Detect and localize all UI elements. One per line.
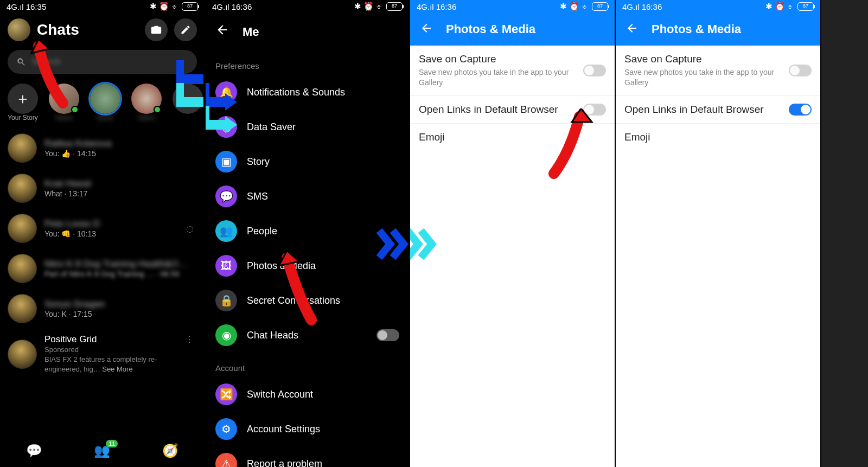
sms-icon: 💬 xyxy=(215,185,237,207)
chat-row[interactable]: Sonya Snagen You: K · 17:15 xyxy=(0,289,205,329)
signal-icon: 4G.ıl xyxy=(622,2,640,11)
statusbar: 4G.ıl16:36 ✱⏰ᯤ87 xyxy=(616,0,820,13)
section-preferences: Preferences xyxy=(206,50,409,75)
read-receipt-icon: ◌ xyxy=(186,223,194,234)
more-icon[interactable]: ⋮ xyxy=(185,334,194,344)
sponsored-body: BIAS FX 2 features a completely re-engin… xyxy=(44,355,194,374)
row-label: Story xyxy=(247,156,270,168)
signal-icon: 4G.ıl xyxy=(212,2,229,11)
nav-chats-icon[interactable]: 💬 xyxy=(26,443,42,458)
save-on-capture-toggle[interactable] xyxy=(789,65,812,76)
row-switch[interactable]: 🔀Switch Account xyxy=(206,377,409,412)
chat-preview: Part of Nitro K-9 Dog Training … · 06:59 xyxy=(44,270,188,278)
bluetooth-icon: ✱ xyxy=(560,2,567,11)
annotation-chevrons-blue xyxy=(376,228,410,263)
story-icon: ▣ xyxy=(215,151,237,172)
annotation-arrow-red xyxy=(546,108,595,181)
like-icon: 👍 xyxy=(61,149,71,158)
page-title: Photos & Media xyxy=(446,22,535,36)
setting-sub: Save new photos you take in the app to y… xyxy=(624,67,776,88)
chat-avatar xyxy=(8,340,37,369)
back-button[interactable] xyxy=(215,23,229,41)
row-label: SMS xyxy=(247,191,268,202)
save-on-capture-toggle[interactable] xyxy=(583,65,606,76)
story-item[interactable]: Name xyxy=(131,84,162,121)
lock-icon: 🔒 xyxy=(215,290,237,311)
gallery-icon: 🖼 xyxy=(215,255,237,277)
row-report[interactable]: ⚠Report a problem xyxy=(206,446,409,467)
alarm-icon: ⏰ xyxy=(775,2,785,11)
annotation-step-arrow-cyan xyxy=(206,103,237,143)
wifi-icon: ᯤ xyxy=(171,2,180,11)
profile-avatar[interactable] xyxy=(8,18,30,41)
compose-icon xyxy=(180,24,191,35)
bluetooth-icon: ✱ xyxy=(150,2,157,11)
back-button[interactable] xyxy=(420,22,433,37)
chat-row[interactable]: Kraii Heesii What · 13:17 xyxy=(0,168,205,208)
chat-preview: You: K · 17:15 xyxy=(44,310,105,318)
setting-label: Save on Capture xyxy=(624,53,782,65)
sponsored-tag: Sponsored xyxy=(44,345,194,355)
chat-preview: You: 👊 · 10:13 xyxy=(44,229,100,238)
chat-row[interactable]: Nitro K-9 Dog Training Health&O… Part of… xyxy=(0,248,205,289)
battery-icon: 87 xyxy=(592,2,608,11)
row-emoji[interactable]: Emoji xyxy=(616,124,820,151)
chat-avatar xyxy=(8,133,37,163)
chat-preview: What · 13:17 xyxy=(44,189,91,198)
status-time: 16:36 xyxy=(232,2,252,11)
wifi-icon: ᯤ xyxy=(582,2,590,11)
statusbar: 4G.ıl16:36 ✱⏰ᯤ87 xyxy=(206,0,409,13)
chat-row[interactable]: Positive Grid Sponsored BIAS FX 2 featur… xyxy=(0,329,205,380)
row-label: Chat Heads xyxy=(247,330,298,341)
chatheads-toggle[interactable] xyxy=(376,329,399,341)
open-links-toggle[interactable] xyxy=(789,104,812,116)
arrow-left-icon xyxy=(626,22,639,35)
arrow-left-icon xyxy=(215,23,229,37)
battery-icon: 87 xyxy=(182,2,198,11)
switch-icon: 🔀 xyxy=(215,383,237,405)
row-save-on-capture[interactable]: Save on Capture Save new photos you take… xyxy=(616,46,820,96)
row-label: Data Saver xyxy=(247,121,296,133)
camera-button[interactable] xyxy=(145,18,168,41)
people-icon: 👥 xyxy=(215,220,237,242)
row-open-links[interactable]: Open Links in Default Browser xyxy=(616,96,820,124)
bluetooth-icon: ✱ xyxy=(354,2,361,11)
statusbar: 4G.ıl 16:35 ✱ ⏰ ᯤ 87 xyxy=(0,0,205,13)
wifi-icon: ᯤ xyxy=(376,2,384,11)
row-settings[interactable]: ⚙Account Settings xyxy=(206,412,409,446)
chat-row[interactable]: Pete Loves D You: 👊 · 10:13 ◌ xyxy=(0,208,205,248)
setting-sub: Save new photos you take in the app to y… xyxy=(419,67,571,88)
chat-avatar xyxy=(8,214,37,243)
online-dot-icon xyxy=(154,106,161,113)
page-title: Chats xyxy=(37,21,138,39)
compose-button[interactable] xyxy=(174,18,197,41)
row-story[interactable]: ▣Story xyxy=(206,144,409,179)
warning-icon: ⚠ xyxy=(215,453,237,467)
alarm-icon: ⏰ xyxy=(363,2,374,11)
see-more-link[interactable]: See More xyxy=(102,365,132,373)
annotation-arrow-red xyxy=(276,250,325,328)
nav-people-icon[interactable]: 👥11 xyxy=(94,443,110,458)
annotation-arrow-red xyxy=(30,38,79,111)
signal-icon: 4G.ıl xyxy=(7,2,24,11)
your-story-label: Your Story xyxy=(8,114,38,121)
row-sms[interactable]: 💬SMS xyxy=(206,179,409,214)
status-time: 16:35 xyxy=(26,2,47,11)
nav-discover-icon[interactable]: 🧭 xyxy=(162,443,178,458)
row-save-on-capture[interactable]: Save on Capture Save new photos you take… xyxy=(410,46,615,96)
statusbar: 4G.ıl16:36 ✱⏰ᯤ87 xyxy=(410,0,615,13)
setting-label: Save on Capture xyxy=(419,53,577,65)
camera-icon xyxy=(150,24,162,36)
row-label: Notifications & Sounds xyxy=(247,87,345,98)
alarm-icon: ⏰ xyxy=(569,2,579,11)
annotation-step-arrow-cyan xyxy=(176,80,206,120)
setting-label: Emoji xyxy=(624,131,812,143)
chat-row[interactable]: Ralitsa Kolarova You: 👍 · 14:15 xyxy=(0,128,205,168)
page-title: Photos & Media xyxy=(652,22,741,36)
battery-icon: 87 xyxy=(386,2,403,11)
back-button[interactable] xyxy=(626,22,639,37)
section-account: Account xyxy=(206,353,409,377)
story-item[interactable]: Name xyxy=(90,84,120,121)
arrow-left-icon xyxy=(420,22,433,35)
battery-icon: 87 xyxy=(797,2,814,11)
